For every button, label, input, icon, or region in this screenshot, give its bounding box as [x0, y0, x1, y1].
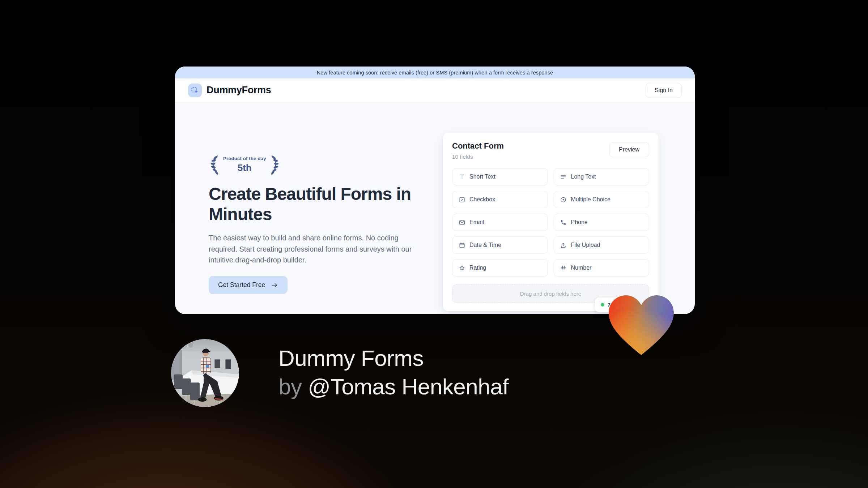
form-builder-card: Contact Form 10 fields Preview Short Tex… [443, 133, 659, 311]
date-time-icon [458, 241, 465, 249]
field-type-file-upload[interactable]: File Upload [554, 236, 650, 254]
hero-description: The easiest way to build and share onlin… [209, 232, 426, 265]
product-of-the-day-badge: Product of the day 5th [209, 154, 270, 175]
hero-title: Create Beautiful Forms in Minutes [209, 184, 433, 224]
field-type-short-text[interactable]: Short Text [452, 168, 548, 185]
phone-icon [560, 219, 567, 226]
field-type-date-time[interactable]: Date & Time [452, 236, 548, 254]
announcement-banner: New feature coming soon: receive emails … [175, 67, 695, 78]
number-icon [560, 264, 567, 271]
rating-icon [458, 264, 465, 271]
field-type-phone[interactable]: Phone [554, 214, 650, 231]
caption-product-name: Dummy Forms [278, 344, 509, 373]
field-type-checkbox[interactable]: Checkbox [452, 191, 548, 208]
site-header: DummyForms Sign In [175, 78, 695, 102]
maker-avatar [171, 339, 239, 407]
gradient-heart-icon [606, 292, 676, 357]
browser-window: New feature coming soon: receive emails … [175, 67, 695, 314]
long-text-icon [560, 173, 567, 180]
dummyforms-logo-icon [188, 84, 202, 97]
field-type-number[interactable]: Number [554, 259, 650, 277]
short-text-icon [458, 173, 465, 180]
brand-logo[interactable]: DummyForms [188, 84, 271, 97]
email-icon [458, 219, 465, 226]
online-dot-icon [601, 303, 604, 307]
award-line1: Product of the day [223, 156, 266, 162]
field-type-long-text[interactable]: Long Text [554, 168, 650, 185]
multiple-choice-icon [560, 196, 567, 203]
get-started-button[interactable]: Get Started Free [209, 276, 288, 294]
field-type-email[interactable]: Email [452, 214, 548, 231]
caption-author: @Tomas Henkenhaf [308, 374, 509, 399]
award-rank: 5th [223, 163, 266, 173]
caption-by-label: by [278, 374, 302, 399]
promo-canvas: New feature coming soon: receive emails … [0, 0, 868, 488]
laurel-right-icon [270, 154, 281, 175]
announcement-text: New feature coming soon: receive emails … [317, 70, 553, 76]
field-type-rating[interactable]: Rating [452, 259, 548, 277]
checkbox-icon [458, 196, 465, 203]
arrow-right-icon [271, 282, 278, 289]
file-upload-icon [560, 241, 567, 249]
cta-label: Get Started Free [218, 281, 265, 289]
caption: Dummy Forms by @Tomas Henkenhaf [278, 344, 509, 401]
preview-button[interactable]: Preview [609, 142, 649, 157]
sign-in-button[interactable]: Sign In [646, 83, 682, 98]
laurel-left-icon [209, 154, 220, 175]
brand-name: DummyForms [207, 85, 271, 96]
field-grid: Short Text Long Text Checkbox Multiple C… [452, 168, 649, 277]
field-type-multiple-choice[interactable]: Multiple Choice [554, 191, 650, 208]
hero-section: Product of the day 5th Create Beauti [209, 154, 433, 294]
dropzone-text: Drag and drop fields here [520, 291, 581, 297]
